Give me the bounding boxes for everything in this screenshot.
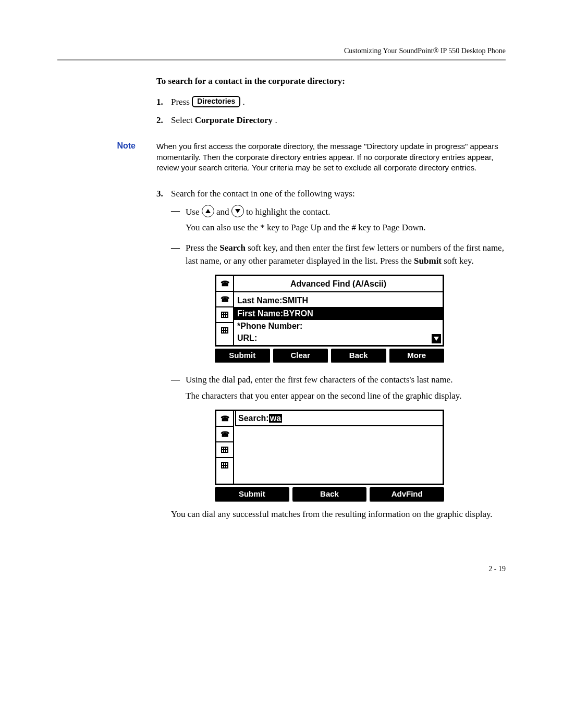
line-key-1-icon: ☎: [216, 276, 233, 292]
lcd1-lastname-value: SMITH: [282, 294, 308, 306]
bullet-dialpad: Using the dial pad, enter the first few …: [171, 374, 506, 524]
bullet-2-bold2: Submit: [414, 256, 442, 266]
step-1-number: 1.: [156, 96, 171, 109]
running-head: Customizing Your SoundPoint® IP 550 Desk…: [57, 47, 506, 55]
line-key-3-icon: [216, 307, 233, 323]
lcd1-firstname-label: First Name:: [237, 307, 283, 319]
section-heading: To search for a contact in the corporate…: [156, 76, 506, 87]
content-column: To search for a contact in the corporate…: [156, 76, 506, 528]
step-2-text-a: Select: [171, 115, 195, 125]
lcd1-title: Advanced Find (A/Ascii): [234, 276, 443, 292]
bullet-2-a: Press the: [186, 243, 219, 253]
down-arrow-key-icon: [231, 205, 244, 217]
step-3-text: Search for the contact in one of the fol…: [171, 188, 506, 201]
softkey-submit: Submit: [215, 349, 270, 362]
softkey-back: Back: [292, 487, 367, 501]
step-2-text-b: .: [275, 115, 277, 125]
line-key-4-icon: [216, 323, 233, 338]
step-3-sublist: Use and to highlight the contact. You ca…: [171, 205, 506, 524]
lcd1-row-url: URL:: [237, 332, 439, 344]
step-1-text-a: Press: [171, 97, 192, 107]
tail-text: You can dial any successful matches from…: [171, 508, 506, 521]
bullet-arrow-keys: Use and to highlight the contact. You ca…: [171, 205, 506, 238]
page: Customizing Your SoundPoint® IP 550 Desk…: [0, 0, 563, 604]
lcd1-main: Advanced Find (A/Ascii) Last Name: SMITH: [234, 276, 443, 345]
bullet-1-a: Use: [186, 207, 202, 217]
directories-key: Directories: [192, 96, 240, 107]
up-arrow-key-icon: [202, 205, 214, 217]
lcd1-lastname-label: Last Name:: [237, 294, 282, 306]
lcd1-firstname-value: BYRON: [283, 307, 313, 319]
lcd1-row-lastname: Last Name: SMITH: [237, 294, 439, 306]
softkey-advfind: AdvFind: [370, 487, 444, 501]
softkey-back: Back: [331, 349, 386, 362]
dash-icon: [171, 374, 186, 524]
step-2: 2. Select Corporate Directory .: [156, 114, 506, 127]
lcd2-search-row: Search:wa: [235, 411, 443, 426]
line-key-2-icon: ☎: [216, 292, 233, 307]
line-key-3-icon: [216, 442, 233, 458]
softkey-more: More: [389, 349, 445, 362]
step-3-number: 3.: [156, 188, 171, 528]
lcd1-url-label: URL:: [237, 332, 257, 344]
bullet-1-b: and: [216, 207, 231, 217]
step-1-body: Press Directories .: [171, 96, 506, 109]
note: Note When you first access the corporate…: [57, 141, 506, 173]
step-list: 1. Press Directories . 2. Select Corpora…: [156, 96, 506, 127]
softkey-clear: Clear: [273, 349, 328, 362]
bullet-1-c: to highlight the contact.: [246, 207, 330, 217]
header-rule: [57, 59, 506, 60]
lcd1-row-firstname: First Name: BYRON: [234, 307, 443, 320]
bullet-3-body: Using the dial pad, enter the first few …: [186, 374, 506, 524]
lcd2-results-area: [234, 426, 443, 484]
softkey-submit: Submit: [215, 487, 289, 501]
lcd1-sidebar: ☎ ☎: [216, 276, 234, 345]
bullet-1-body: Use and to highlight the contact. You ca…: [186, 205, 506, 238]
bullet-2-c: soft key.: [444, 256, 473, 266]
bullet-2-body: Press the Search soft key, and then ente…: [186, 242, 506, 369]
step-1-text-b: .: [243, 97, 245, 107]
dash-icon: [171, 242, 186, 369]
step-2-bold: Corporate Directory: [195, 115, 273, 125]
lcd2-search-value: wa: [269, 414, 282, 423]
lcd1-phone-label: *Phone Number:: [237, 320, 302, 332]
lcd2-softkeys: Submit Back AdvFind: [215, 487, 444, 501]
note-body: When you first access the corporate dire…: [156, 141, 506, 173]
lcd1-softkeys: Submit Clear Back More: [215, 349, 444, 362]
bullet-3-text: Using the dial pad, enter the first few …: [186, 374, 506, 387]
dash-icon: [171, 205, 186, 238]
lcd-advanced-find: ☎ ☎ Advanced Find (A/Ascii): [215, 275, 444, 362]
bullet-search-softkey: Press the Search soft key, and then ente…: [171, 242, 506, 369]
line-key-2-icon: ☎: [216, 427, 233, 442]
lcd1-row-phone: *Phone Number:: [237, 320, 439, 332]
lcd2-search-label: Search:: [238, 414, 269, 423]
step-1: 1. Press Directories .: [156, 96, 506, 109]
line-key-4-icon: [216, 458, 233, 473]
bullet-1-para2: You can also use the * key to Page Up an…: [186, 221, 506, 235]
step-list-continued: 3. Search for the contact in one of the …: [156, 188, 506, 528]
lcd2-frame: ☎ ☎ Search:wa: [215, 410, 444, 485]
lcd2-main: Search:wa: [234, 411, 443, 484]
step-3: 3. Search for the contact in one of the …: [156, 188, 506, 528]
page-number: 2 - 19: [57, 565, 506, 573]
bullet-2-bold1: Search: [219, 243, 246, 253]
lcd2-sidebar: ☎ ☎: [216, 411, 234, 484]
step-3-body: Search for the contact in one of the fol…: [171, 188, 506, 528]
lcd-search: ☎ ☎ Search:wa: [215, 410, 444, 501]
line-key-1-icon: ☎: [216, 411, 233, 427]
scroll-down-icon: [432, 334, 441, 343]
step-2-number: 2.: [156, 114, 171, 127]
bullet-3-para2: The characters that you enter appear on …: [186, 390, 506, 403]
step-2-body: Select Corporate Directory .: [171, 114, 506, 127]
lcd1-frame: ☎ ☎ Advanced Find (A/Ascii): [215, 275, 444, 347]
note-label: Note: [57, 141, 156, 173]
